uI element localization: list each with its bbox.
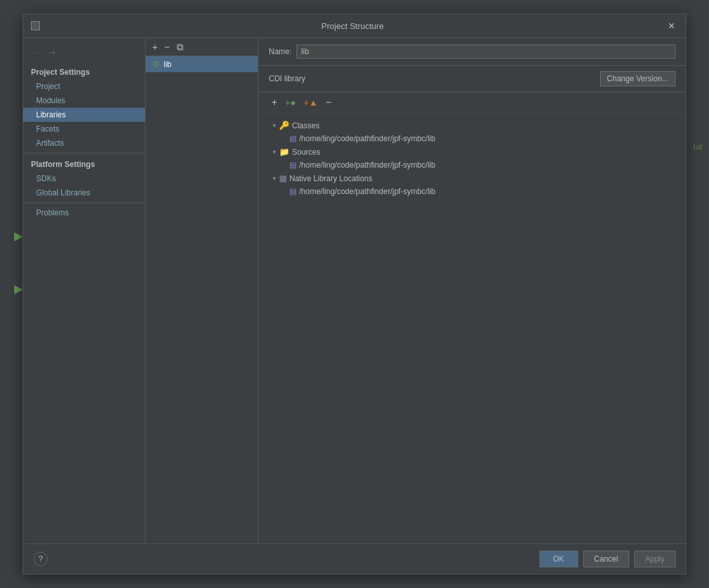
cdi-row: CDI library Change Version... bbox=[258, 66, 686, 92]
sidebar-item-modules[interactable]: Modules bbox=[23, 93, 145, 108]
footer-right: OK Cancel Apply bbox=[539, 551, 675, 567]
native-path-item[interactable]: ▤ /home/ling/code/pathfinder/jpf-symbc/l… bbox=[258, 185, 686, 198]
titlebar-left bbox=[31, 21, 40, 30]
lib-remove-button[interactable]: − bbox=[162, 41, 173, 53]
content-panel: Name: CDI library Change Version... + +●… bbox=[258, 38, 686, 544]
cdi-label: CDI library bbox=[269, 74, 306, 83]
sources-icon: 📁 bbox=[279, 147, 289, 157]
dialog-footer: ? OK Cancel Apply bbox=[23, 544, 686, 574]
change-version-button[interactable]: Change Version... bbox=[600, 71, 675, 86]
sources-path-text: /home/ling/code/pathfinder/jpf-symbc/lib bbox=[299, 161, 435, 170]
sidebar: ← → Project Settings Project Modules Lib… bbox=[23, 38, 146, 544]
native-lib-node[interactable]: ▾ ▦ Native Library Locations bbox=[258, 172, 686, 185]
sidebar-item-sdks[interactable]: SDKs bbox=[23, 172, 145, 186]
lib-panel-toolbar: + − ⧉ bbox=[146, 38, 258, 56]
classes-icon: 🔑 bbox=[279, 121, 289, 130]
cancel-button[interactable]: Cancel bbox=[583, 551, 629, 567]
apply-button[interactable]: Apply bbox=[634, 551, 675, 567]
nav-back-button[interactable]: ← bbox=[28, 46, 43, 59]
ok-button[interactable]: OK bbox=[539, 551, 578, 567]
classes-node[interactable]: ▾ 🔑 Classes bbox=[258, 119, 686, 132]
sources-path-icon: ▤ bbox=[289, 161, 296, 170]
nav-forward-button[interactable]: → bbox=[45, 46, 59, 59]
lib-icon: ⚙ bbox=[152, 59, 160, 69]
dialog-backdrop: Project Structure ✕ ← → Project Settings… bbox=[0, 0, 709, 588]
sources-expand-icon: ▾ bbox=[269, 148, 279, 155]
sidebar-divider bbox=[23, 153, 145, 153]
native-lib-label: Native Library Locations bbox=[289, 174, 373, 183]
dialog-titlebar: Project Structure ✕ bbox=[23, 14, 686, 38]
sidebar-item-problems[interactable]: Problems bbox=[23, 206, 145, 220]
tree-add-special1-button[interactable]: +● bbox=[282, 97, 298, 108]
native-expand-icon: ▾ bbox=[269, 175, 279, 182]
native-icon: ▦ bbox=[279, 173, 287, 183]
native-path-text: /home/ling/code/pathfinder/jpf-symbc/lib bbox=[299, 187, 435, 196]
sidebar-divider-2 bbox=[23, 202, 145, 203]
dialog-body: ← → Project Settings Project Modules Lib… bbox=[23, 38, 686, 544]
dialog-title: Project Structure bbox=[40, 21, 665, 31]
name-input[interactable] bbox=[296, 44, 675, 59]
name-row: Name: bbox=[269, 44, 675, 59]
tree-add-special2-button[interactable]: +▲ bbox=[301, 97, 320, 108]
library-list-panel: + − ⧉ ⚙ lib bbox=[146, 38, 258, 544]
name-header: Name: bbox=[258, 38, 686, 66]
name-label: Name: bbox=[269, 47, 291, 56]
help-button[interactable]: ? bbox=[34, 552, 48, 566]
sources-node[interactable]: ▾ 📁 Sources bbox=[258, 145, 686, 159]
footer-left: ? bbox=[34, 552, 48, 566]
lib-item-lib[interactable]: ⚙ lib bbox=[146, 56, 258, 72]
close-button[interactable]: ✕ bbox=[665, 19, 678, 32]
tree-remove-button[interactable]: − bbox=[323, 96, 334, 109]
window-icon bbox=[31, 21, 40, 30]
lib-item-label: lib bbox=[164, 60, 171, 69]
tree-area: ▾ 🔑 Classes ▤ /home/ling/code/pathfinder… bbox=[258, 113, 686, 544]
lib-add-button[interactable]: + bbox=[150, 41, 160, 53]
sidebar-nav: ← → bbox=[23, 43, 145, 64]
sources-path-item[interactable]: ▤ /home/ling/code/pathfinder/jpf-symbc/l… bbox=[258, 159, 686, 172]
tree-toolbar: + +● +▲ − bbox=[258, 92, 686, 113]
tree-add-button[interactable]: + bbox=[269, 96, 280, 109]
classes-expand-icon: ▾ bbox=[269, 122, 279, 129]
platform-settings-header: Platform Settings bbox=[23, 156, 145, 172]
native-path-icon: ▤ bbox=[289, 187, 296, 196]
sidebar-item-artifacts[interactable]: Artifacts bbox=[23, 136, 145, 150]
classes-path-text: /home/ling/code/pathfinder/jpf-symbc/lib bbox=[299, 134, 435, 143]
sidebar-item-global-libraries[interactable]: Global Libraries bbox=[23, 186, 145, 200]
project-structure-dialog: Project Structure ✕ ← → Project Settings… bbox=[23, 14, 686, 574]
sources-label: Sources bbox=[292, 148, 320, 157]
sidebar-item-libraries[interactable]: Libraries bbox=[23, 108, 145, 122]
sidebar-item-project[interactable]: Project bbox=[23, 79, 145, 93]
sidebar-item-facets[interactable]: Facets bbox=[23, 122, 145, 136]
classes-path-item[interactable]: ▤ /home/ling/code/pathfinder/jpf-symbc/l… bbox=[258, 132, 686, 145]
lib-copy-button[interactable]: ⧉ bbox=[174, 41, 186, 53]
project-settings-header: Project Settings bbox=[23, 64, 145, 79]
library-list: ⚙ lib bbox=[146, 56, 258, 544]
classes-label: Classes bbox=[292, 121, 320, 130]
classes-path-icon: ▤ bbox=[289, 134, 296, 143]
